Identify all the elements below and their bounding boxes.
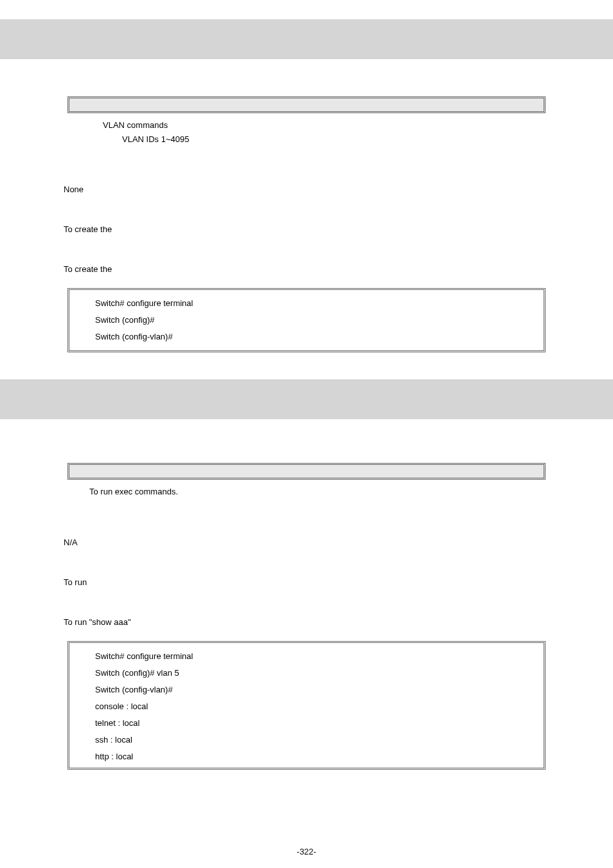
param-block-1: VLAN commands VLAN IDs 1~4095: [67, 118, 546, 147]
param-block-2: To run exec commands.: [67, 485, 546, 499]
code-box-1: Switch# configure terminal Switch (confi…: [67, 288, 546, 352]
section-header-2: [0, 379, 613, 419]
page-number: -322-: [0, 847, 613, 856]
usage-2: To run: [64, 575, 549, 590]
code-line: Switch (config)#: [95, 312, 518, 329]
param-list: VLAN IDs 1~4095: [67, 132, 546, 147]
code-line: Switch# configure terminal: [95, 648, 518, 665]
syntax-box-2: [67, 463, 546, 480]
usage-1: To create the: [64, 222, 549, 237]
syntax-box-1: [67, 96, 546, 113]
example-intro-2: To run "show aaa": [64, 615, 549, 629]
code-line: Switch (config)# vlan 5: [95, 665, 518, 682]
code-line: console : local: [95, 698, 518, 715]
code-box-2: Switch# configure terminal Switch (confi…: [67, 641, 546, 770]
code-line: ssh : local: [95, 732, 518, 748]
default-2: N/A: [64, 536, 549, 550]
code-line: http : local: [95, 748, 518, 765]
code-line: Switch (config-vlan)#: [95, 682, 518, 698]
param-do: To run exec commands.: [67, 485, 546, 499]
default-1: None: [64, 183, 549, 197]
code-line: telnet : local: [95, 715, 518, 732]
section-header-1: [0, 19, 613, 59]
example-intro-1: To create the: [64, 262, 549, 276]
param-vlan: VLAN commands: [67, 118, 546, 132]
code-line: Switch# configure terminal: [95, 295, 518, 312]
code-line: Switch (config-vlan)#: [95, 329, 518, 345]
